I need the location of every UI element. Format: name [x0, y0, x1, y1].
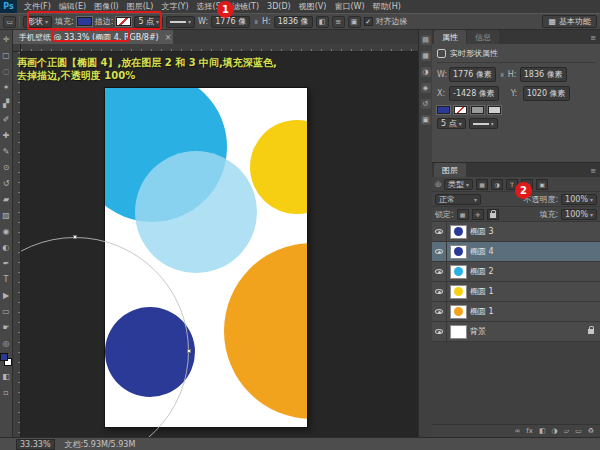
link-dimensions-icon[interactable]: ∞ [252, 19, 260, 25]
shape-x-field[interactable]: -1428 像素 [449, 86, 499, 101]
channels-panel-icon[interactable]: ▣ [421, 115, 431, 125]
brush-tool[interactable]: ✎ [0, 143, 13, 159]
canvas-pasteboard[interactable] [21, 52, 418, 437]
styles-panel-icon[interactable]: ◈ [421, 83, 431, 93]
props-fill-swatch[interactable] [437, 106, 450, 114]
menu-view[interactable]: 视图(V) [295, 1, 331, 12]
filter-adjustment-icon[interactable]: ◑ [491, 179, 503, 190]
zoom-tool[interactable]: ◎ [0, 335, 13, 351]
layer-mask-icon[interactable]: ◧ [539, 427, 546, 435]
adjustments-panel-icon[interactable]: ◑ [421, 67, 431, 77]
screen-mode-button[interactable]: ▫ [0, 384, 13, 400]
adjustment-layer-icon[interactable]: ◑ [552, 427, 558, 435]
props-pattern-swatch[interactable] [488, 106, 501, 114]
lock-transparency-icon[interactable]: ▦ [457, 209, 469, 220]
lasso-tool[interactable]: ◌ [0, 63, 13, 79]
layer-style-icon[interactable]: fx [526, 427, 533, 435]
menu-3d[interactable]: 3D(D) [263, 2, 295, 11]
delete-layer-icon[interactable]: ♻ [588, 427, 594, 435]
foreground-color-swatch[interactable] [0, 353, 8, 361]
visibility-toggle[interactable] [432, 222, 447, 242]
history-panel-icon[interactable]: ↺ [421, 99, 431, 109]
color-swatches[interactable] [0, 353, 12, 366]
filter-pixel-icon[interactable]: ▦ [476, 179, 488, 190]
link-layers-icon[interactable]: ∞ [515, 427, 521, 435]
menu-window[interactable]: 窗口(W) [330, 1, 368, 12]
menu-help[interactable]: 帮助(H) [369, 1, 405, 12]
props-stroke-type-swatch[interactable] [471, 106, 484, 114]
layer-row-ellipse-2[interactable]: 椭圆 2 [432, 262, 600, 282]
healing-tool[interactable]: ✚ [0, 127, 13, 143]
type-tool[interactable]: T [0, 271, 13, 287]
visibility-toggle[interactable] [432, 242, 447, 262]
layer-row-ellipse-4[interactable]: 椭圆 4 [432, 242, 600, 262]
path-anchor[interactable] [73, 235, 77, 239]
visibility-toggle[interactable] [432, 262, 447, 282]
fill-field[interactable]: 100% ▾ [561, 209, 597, 220]
circle-orange[interactable] [224, 243, 307, 419]
gradient-tool[interactable]: ▨ [0, 207, 13, 223]
align-edges-checkbox[interactable]: ✓ [364, 17, 373, 26]
layer-thumbnail[interactable] [450, 225, 467, 239]
path-operations-icon[interactable]: ◧ [316, 16, 329, 28]
lock-all-icon[interactable] [487, 209, 499, 220]
dodge-tool[interactable]: ◐ [0, 239, 13, 255]
hand-tool[interactable]: ☛ [0, 319, 13, 335]
swatches-panel-icon[interactable]: ▦ [421, 51, 431, 61]
layer-thumbnail[interactable] [450, 245, 467, 259]
search-icon[interactable]: ◎ [435, 180, 441, 188]
tab-properties[interactable]: 属性 [434, 30, 466, 44]
blend-mode-select[interactable]: 正常 ▾ [435, 194, 481, 205]
pen-tool[interactable]: ✒ [0, 255, 13, 271]
visibility-toggle[interactable] [432, 322, 447, 342]
props-stroke-width-select[interactable]: 5 点 ▾ [437, 118, 466, 129]
color-panel-icon[interactable]: ▤ [421, 35, 431, 45]
panel-menu-icon[interactable]: ≡ [586, 167, 600, 177]
path-select-tool[interactable]: ▶ [0, 287, 13, 303]
clone-stamp-tool[interactable]: ⊙ [0, 159, 13, 175]
opacity-field[interactable]: 100% ▾ [561, 194, 597, 205]
path-anchor[interactable] [187, 349, 191, 353]
props-stroke-swatch[interactable] [454, 106, 467, 114]
eraser-tool[interactable]: ▰ [0, 191, 13, 207]
menu-type[interactable]: 文字(Y) [157, 1, 192, 12]
shape-w-field[interactable]: 1776 像素 [449, 67, 496, 82]
visibility-toggle[interactable] [432, 302, 447, 322]
circle-yellow[interactable] [250, 120, 307, 214]
layer-row-ellipse-1b[interactable]: 椭圆 1 [432, 302, 600, 322]
tab-info[interactable]: 信息 [467, 30, 499, 44]
ruler-origin[interactable] [13, 44, 21, 52]
circle-pale-blue[interactable] [135, 151, 257, 273]
quick-mask-button[interactable]: ◧ [0, 368, 13, 384]
stroke-type-select[interactable]: ▾ [166, 16, 195, 28]
zoom-level-field[interactable]: 33.33% [16, 439, 55, 450]
crop-tool[interactable]: ▞ [0, 95, 13, 111]
shape-h-field[interactable]: 1836 像素 [520, 67, 567, 82]
workspace-switcher[interactable]: ▦ 基本功能 [542, 15, 597, 28]
filter-smart-object-icon[interactable]: ▣ [536, 179, 548, 190]
path-alignment-icon[interactable]: ≡ [332, 16, 345, 28]
history-brush-tool[interactable]: ↺ [0, 175, 13, 191]
close-icon[interactable]: × [165, 33, 172, 42]
shape-height-field[interactable]: 1836 像 [274, 16, 313, 28]
layer-thumbnail[interactable] [450, 285, 467, 299]
layer-row-ellipse-1a[interactable]: 椭圆 1 [432, 282, 600, 302]
layer-row-background[interactable]: 背景 [432, 322, 600, 342]
filter-type-select[interactable]: 类型 ▾ [444, 179, 473, 190]
new-layer-icon[interactable]: ▭ [575, 427, 582, 435]
tool-preset-icon[interactable]: ▭ [3, 16, 16, 28]
blur-tool[interactable]: ◉ [0, 223, 13, 239]
tab-layers[interactable]: 图层 [434, 163, 466, 177]
shape-width-field[interactable]: 1776 像 [211, 16, 250, 28]
marquee-tool[interactable]: ▢ [0, 47, 13, 63]
layer-thumbnail[interactable] [450, 325, 467, 339]
visibility-toggle[interactable] [432, 282, 447, 302]
quick-select-tool[interactable]: ✶ [0, 79, 13, 95]
layer-row-ellipse-3[interactable]: 椭圆 3 [432, 222, 600, 242]
path-arrangement-icon[interactable]: ▣ [348, 16, 361, 28]
props-stroke-style-select[interactable]: ▾ [469, 118, 498, 129]
new-group-icon[interactable]: ▱ [564, 427, 569, 435]
shape-y-field[interactable]: 1020 像素 [523, 86, 570, 101]
lock-position-icon[interactable]: ✛ [472, 209, 484, 220]
link-wh-icon[interactable]: ∞ [498, 72, 506, 78]
